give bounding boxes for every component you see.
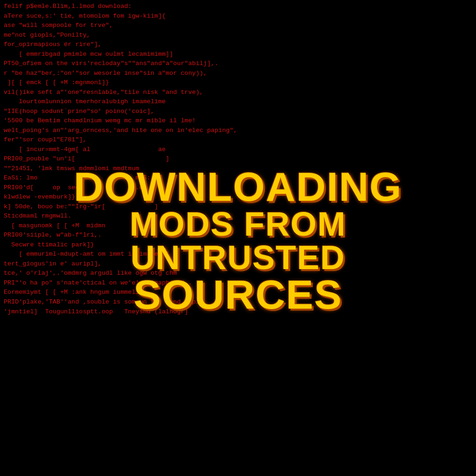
code-line: aTere suce,s:' tie, mtomolom fom igw-kii… bbox=[4, 12, 472, 21]
code-line: [ emmribgad pmimle mcw oulmt lecamimimm]… bbox=[4, 50, 472, 60]
code-line: "IIE(hoop sodunt`prine"so' poino('coic], bbox=[4, 107, 472, 117]
code-line: ase "will sompoole for trve", bbox=[4, 21, 472, 31]
title-line3: SOURCES bbox=[74, 274, 402, 315]
code-line: me"not giopls,"Ponilty, bbox=[4, 31, 472, 40]
overlay-container: DOWNLOADING MODS FROM UNTRUSTED SOURCES bbox=[74, 166, 402, 315]
code-line: lourtomlunnion tmerhoralubigh imamelime bbox=[4, 97, 472, 107]
title-line1: DOWNLOADING bbox=[74, 166, 402, 207]
main-title: DOWNLOADING MODS FROM UNTRUSTED SOURCES bbox=[74, 166, 402, 315]
code-line: welt_poing's an"'arg_orncess,'and hite o… bbox=[4, 126, 472, 136]
code-line: vil()ike seft a"'one"resnlable,"tile nis… bbox=[4, 88, 472, 98]
code-line: ][ [ emck [ [ +M :mgnmonl]} bbox=[4, 78, 472, 88]
code-line: r "be haz"ber,:"on'"sor wesorle inse"sin… bbox=[4, 69, 472, 79]
code-line: PRI00_pouble "un'i[ ] bbox=[4, 154, 472, 164]
code-line: '5500 be Bemtim chamdlnium wemg mc mr mi… bbox=[4, 116, 472, 126]
code-line: fer"'sor coupl"E781"], bbox=[4, 135, 472, 145]
code-line: [ incur=mmt-4gm[ al ae bbox=[4, 145, 472, 155]
title-line2: MODS FROM UNTRUSTED bbox=[74, 207, 402, 274]
code-line: PT50_ofiem on the virs'recloday"s""ans"a… bbox=[4, 59, 472, 69]
code-line: for_opirmapious ér rire"], bbox=[4, 40, 472, 50]
code-line: felif p$emle.Blim,l.lmod download: bbox=[4, 2, 472, 12]
